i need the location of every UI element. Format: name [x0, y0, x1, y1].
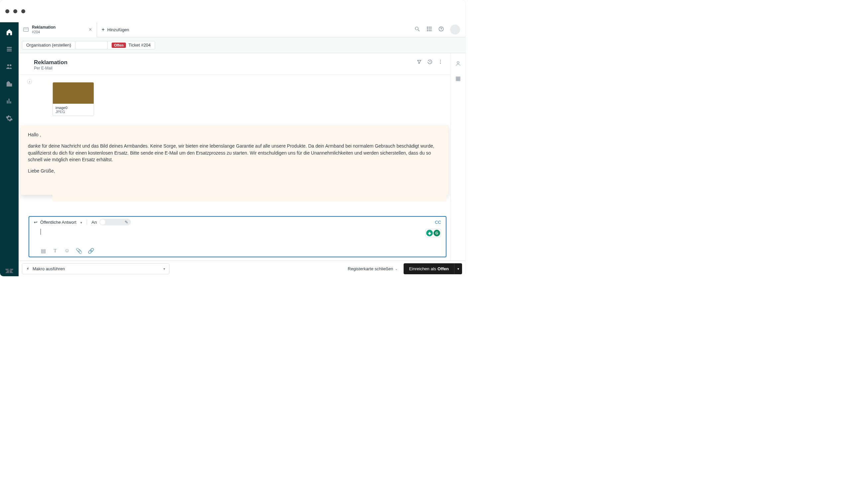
recipient-chip[interactable]: ✎	[99, 219, 131, 225]
plus-icon: +	[102, 27, 105, 33]
bolt-icon: ⚡︎	[26, 266, 29, 271]
close-window-button[interactable]	[5, 9, 9, 13]
composer-textarea[interactable]: ◆ G	[29, 227, 446, 245]
macro-label: Makro ausführen	[33, 266, 65, 271]
attachment-thumbnail	[53, 83, 94, 104]
svg-point-6	[429, 29, 429, 29]
svg-point-7	[430, 29, 431, 29]
reply-mode-selector[interactable]: Öffentliche Antwort ▾	[40, 220, 82, 225]
note-signoff: Liebe Grüße,	[28, 168, 441, 174]
reply-icon: ↩︎	[34, 220, 37, 225]
history-icon[interactable]	[427, 59, 432, 66]
templates-icon[interactable]: ▤	[40, 248, 46, 253]
emoji-icon[interactable]: ☺	[65, 248, 70, 253]
svg-point-12	[441, 30, 441, 30]
svg-point-10	[430, 30, 431, 31]
note-background	[52, 189, 446, 202]
text-format-icon[interactable]: T	[52, 248, 58, 253]
svg-rect-17	[456, 77, 457, 78]
svg-rect-20	[456, 79, 457, 80]
sidebar-item-reporting[interactable]	[6, 98, 13, 106]
tab-bar: Reklamation #204 × + Hinzufügen	[19, 22, 465, 37]
tab-title: Reklamation	[32, 25, 55, 30]
sidebar-item-customers[interactable]	[6, 63, 13, 71]
svg-rect-23	[456, 80, 457, 81]
chevron-down-icon: ▾	[163, 267, 165, 271]
maximize-window-button[interactable]	[21, 9, 25, 13]
left-sidebar	[0, 22, 19, 276]
svg-point-15	[440, 63, 441, 64]
svg-rect-21	[458, 79, 459, 80]
tab-ticket[interactable]: Reklamation #204 ×	[19, 22, 97, 37]
mail-icon	[23, 28, 29, 32]
link-icon[interactable]: 🔗	[88, 248, 94, 253]
search-button[interactable]	[414, 26, 420, 33]
svg-rect-19	[459, 77, 460, 78]
user-avatar[interactable]	[450, 24, 460, 35]
attachment-type: JPEG	[55, 110, 65, 114]
svg-point-3	[429, 27, 429, 28]
svg-point-16	[457, 62, 459, 64]
submit-button[interactable]: Einreichen als Offen	[404, 263, 454, 274]
context-apps-icon[interactable]	[455, 76, 461, 83]
reply-composer: ↩︎ Öffentliche Antwort ▾ An ✎	[29, 216, 446, 257]
macro-selector[interactable]: ⚡︎ Makro ausführen ▾	[22, 263, 170, 274]
minimize-window-button[interactable]	[13, 9, 17, 13]
crumb-ticket[interactable]: Offen Ticket #204	[107, 41, 155, 50]
edit-recipient-icon[interactable]: ✎	[125, 220, 128, 225]
close-tab-button[interactable]: Registerkarte schließen ⌄	[348, 266, 398, 271]
chevron-down-icon: ▾	[81, 221, 82, 224]
internal-note: Hallo , danke für deine Nachricht und da…	[21, 125, 448, 195]
svg-point-14	[440, 62, 441, 62]
sidebar-item-views[interactable]	[6, 46, 13, 54]
svg-point-9	[429, 30, 429, 31]
tab-close-icon[interactable]: ×	[89, 27, 92, 33]
recipient-avatar-icon	[100, 219, 105, 225]
apps-grid-button[interactable]	[426, 26, 432, 33]
svg-rect-18	[458, 77, 459, 78]
svg-rect-25	[459, 80, 460, 81]
footer-bar: ⚡︎ Makro ausführen ▾ Registerkarte schli…	[19, 261, 465, 276]
breadcrumb: Organisation (erstellen) Offen Ticket #2…	[19, 37, 465, 53]
sidebar-item-admin[interactable]	[6, 115, 13, 123]
to-label: An	[92, 220, 97, 225]
attachment-card[interactable]: image0 JPEG	[52, 82, 94, 116]
svg-point-8	[427, 30, 428, 31]
more-options-icon[interactable]	[438, 59, 443, 66]
tab-add-label: Hinzufügen	[107, 27, 129, 32]
svg-rect-22	[459, 79, 460, 80]
cc-button[interactable]: CC	[435, 220, 441, 225]
sidebar-item-home[interactable]	[6, 28, 13, 37]
note-body: danke für deine Nachricht und das Bild d…	[28, 142, 441, 163]
svg-rect-24	[458, 80, 459, 81]
attachment-icon[interactable]: 📎	[76, 248, 82, 253]
grammarly-add-icon: ◆	[426, 230, 433, 236]
right-rail	[451, 53, 465, 261]
crumb-requester[interactable]	[75, 41, 108, 50]
svg-point-0	[415, 27, 418, 30]
crumb-ticket-label: Ticket #204	[128, 42, 151, 48]
svg-point-5	[427, 29, 428, 29]
sidebar-item-organizations[interactable]	[6, 80, 13, 89]
svg-line-1	[418, 30, 420, 31]
status-badge: Offen	[112, 42, 126, 48]
tab-subtitle: #204	[32, 30, 55, 34]
grammarly-check-icon: G	[433, 230, 440, 236]
window-traffic-lights	[5, 9, 25, 13]
context-user-icon[interactable]	[455, 61, 461, 68]
zendesk-logo-icon[interactable]	[5, 267, 13, 276]
window-titlebar	[0, 0, 465, 22]
crumb-organisation[interactable]: Organisation (erstellen)	[22, 41, 75, 50]
ticket-title: Reklamation	[34, 59, 417, 66]
svg-point-2	[427, 27, 428, 28]
tab-add-button[interactable]: + Hinzufügen	[97, 22, 134, 37]
note-greeting: Hallo ,	[28, 131, 441, 138]
grammarly-widget[interactable]: ◆ G	[425, 229, 441, 237]
chevron-down-icon: ⌄	[395, 267, 397, 271]
help-button[interactable]	[438, 26, 444, 33]
submit-more-button[interactable]: ▾	[454, 263, 462, 274]
svg-point-4	[430, 27, 431, 28]
attachment-name: image0	[55, 106, 91, 110]
ticket-via: Per E-Mail	[34, 66, 417, 70]
filter-icon[interactable]	[417, 59, 422, 66]
